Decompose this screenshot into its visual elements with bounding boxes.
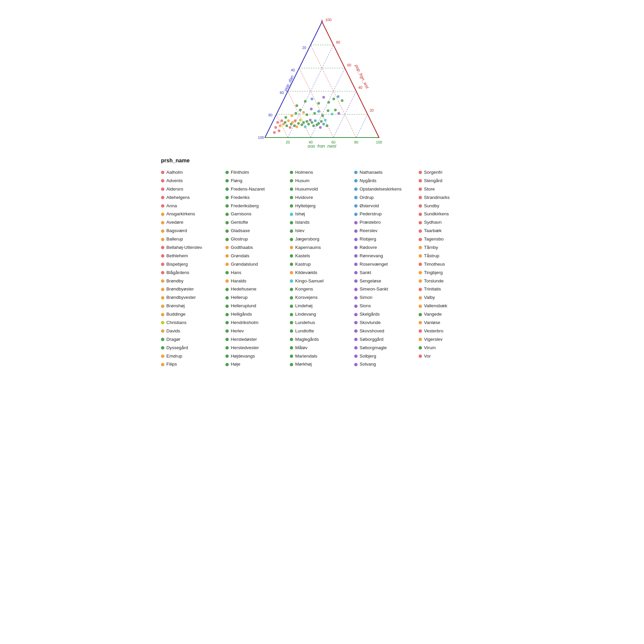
legend-dot [161, 296, 164, 300]
legend-dot [225, 213, 229, 216]
legend-item: Islands [290, 218, 354, 227]
legend-label: Kastrup [295, 261, 311, 268]
legend-item: Mariendals [290, 352, 354, 361]
legend-dot [419, 355, 422, 358]
data-point [304, 125, 307, 128]
legend-label: Bethlehem [166, 253, 188, 259]
legend-item: Strandmarks [419, 194, 483, 202]
legend-item: Islev [290, 227, 354, 235]
legend-dot [354, 187, 358, 191]
legend-item: Vanløse [419, 319, 483, 327]
legend-dot [225, 288, 229, 291]
legend-item: Hvidovre [290, 194, 354, 202]
data-point [291, 121, 294, 124]
legend-item: Nygårds [354, 177, 419, 185]
legend-item: Blågårdens [161, 269, 225, 277]
data-point [326, 124, 328, 127]
bottom-axis-label: pop_frgn_nwst [307, 144, 337, 148]
legend-label: Buddinge [166, 311, 185, 318]
legend-item: Høje [225, 360, 290, 369]
data-point [294, 112, 297, 115]
legend-label: Pederstrup [360, 211, 382, 217]
data-point [327, 101, 330, 104]
legend-label: Vesterbro [424, 328, 443, 334]
legend-dot [354, 254, 358, 258]
legend-label: Frederiks [231, 195, 250, 201]
legend-label: Nathanaels [360, 169, 382, 176]
legend-dot [161, 279, 164, 283]
legend-item: Lindevang [290, 310, 354, 319]
legend-title: prsh_name [161, 158, 483, 164]
legend-item: Hyltebjerg [290, 202, 354, 210]
legend-item: Davids [161, 327, 225, 335]
legend-item: Kapernaums [290, 244, 354, 252]
legend-label: Tagensbo [424, 236, 444, 243]
legend-dot [354, 296, 358, 300]
legend-item: Hellerup [225, 293, 290, 302]
legend-dot [161, 346, 164, 350]
legend-label: Holmens [295, 169, 313, 176]
legend-item: Præstebro [354, 218, 419, 227]
legend-dot [161, 263, 164, 266]
legend-item: Kastels [290, 252, 354, 260]
legend-label: Rødovre [360, 245, 377, 251]
legend-label: Sundby [424, 203, 439, 209]
data-point [304, 100, 307, 103]
legend-dot [225, 338, 229, 341]
legend-label: Bagsværd [166, 228, 187, 234]
legend-item: Frederiks [225, 194, 290, 202]
legend-item: Simeon-Sankt [354, 285, 419, 293]
legend-item: Herlev [225, 327, 290, 335]
legend-dot [419, 263, 422, 266]
legend-label: Islands [295, 219, 310, 226]
legend-item: Brøndbyvester [161, 293, 225, 302]
legend-dot [290, 196, 293, 199]
legend-dot [225, 229, 229, 233]
legend-dot [290, 229, 293, 233]
legend-dot [354, 321, 358, 324]
legend-item: Maglegårds [290, 335, 354, 344]
legend-item: Valby [419, 293, 483, 302]
legend-item: Gladsaxe [225, 227, 290, 235]
left-tick-40: 40 [291, 68, 295, 72]
data-point [299, 119, 302, 121]
legend-item: Aldersro [161, 185, 225, 194]
legend-dot [161, 313, 164, 316]
legend-dot [354, 355, 358, 358]
legend-label: Sengeløse [360, 278, 381, 284]
legend-item: Emdrup [161, 352, 225, 361]
ternary-chart: 100 80 60 40 20 100 80 60 40 20 20 40 60… [238, 7, 406, 148]
legend-dot [161, 254, 164, 258]
right-tick-80: 80 [336, 40, 340, 44]
data-point [293, 124, 296, 127]
legend-dot [354, 346, 358, 350]
legend-item: Opstandelseskirkens [354, 185, 419, 194]
legend-item: Aalholm [161, 168, 225, 177]
grid-red-20 [299, 22, 356, 138]
data-point [311, 121, 313, 124]
legend-dot [419, 296, 422, 300]
legend-label: Lindehøj [295, 303, 313, 309]
legend-dot [354, 221, 358, 224]
legend-label: Taarbæk [424, 228, 442, 234]
data-point [284, 116, 287, 119]
legend-item: Husum [290, 177, 354, 185]
left-tick-20: 20 [302, 46, 306, 50]
legend-label: Maglegårds [295, 336, 319, 343]
legend-label: Tåstrup [424, 253, 439, 259]
legend-item: Solvang [354, 360, 419, 369]
data-point [320, 120, 323, 123]
legend-label: Flintholm [231, 169, 249, 176]
legend-label: Husum [295, 178, 310, 184]
legend-label: Hans [231, 270, 241, 276]
legend-item: Gentofte [225, 218, 290, 227]
legend-label: Kildevælds [295, 270, 317, 276]
legend-dot [419, 313, 422, 316]
legend-item: Vallensbæk [419, 302, 483, 310]
legend-label: Sions [360, 303, 371, 309]
legend-item: Bagsværd [161, 227, 225, 235]
legend-label: Gentofte [231, 219, 248, 226]
legend-label: Vigerslev [424, 336, 442, 343]
legend-label: Garnisons [231, 211, 252, 217]
legend-label: Valby [424, 294, 435, 301]
